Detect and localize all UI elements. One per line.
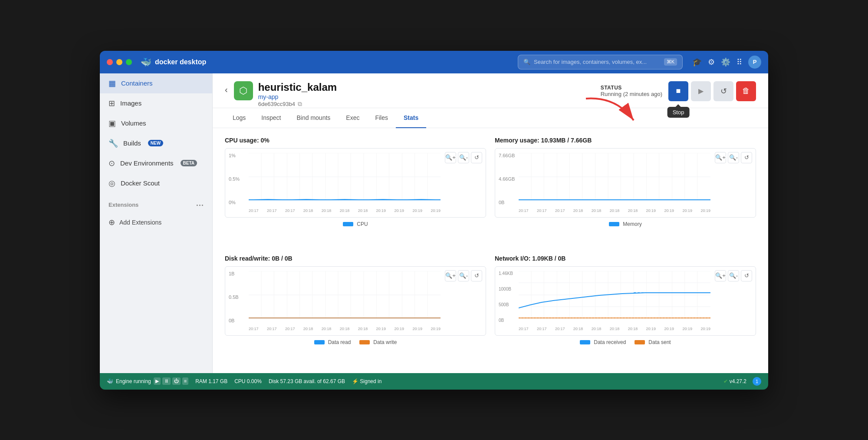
settings-icon[interactable]: ⚙️: [721, 57, 730, 67]
network-chart-section: Network I/O: 1.09KB / 0B 1.46KB 1000B 50…: [495, 255, 756, 364]
version-label: v4.27.2: [730, 378, 746, 384]
content-wrapper: ‹ ⬡ heuristic_kalam my-app 6de639cc93b4 …: [213, 73, 768, 373]
copy-id-icon[interactable]: ⧉: [298, 100, 302, 108]
tab-exec[interactable]: Exec: [338, 108, 367, 128]
cpu-y-labels: 1% 0.5% 0%: [229, 153, 240, 205]
disk-write-legend-color: [359, 340, 370, 344]
sidebar-item-label: Images: [120, 99, 141, 107]
sidebar-item-dev-environments[interactable]: ⊙ Dev Environments BETA: [100, 153, 212, 173]
tab-logs[interactable]: Logs: [225, 108, 253, 128]
maximize-button[interactable]: [126, 59, 132, 65]
images-icon: ⊞: [108, 99, 115, 108]
statusbar-disk: Disk 57.23 GB avail. of 62.67 GB: [269, 378, 345, 384]
network-y-labels: 1.46KB 1000B 500B 0B: [499, 271, 513, 323]
status-block: STATUS Running (2 minutes ago): [601, 85, 662, 97]
sidebar-item-volumes[interactable]: ▣ Volumes: [100, 113, 212, 133]
delete-button[interactable]: 🗑: [736, 81, 756, 101]
network-chart-box: 1.46KB 1000B 500B 0B 🔍+ 🔍- ↺: [495, 266, 756, 336]
statusbar-right: ✔ v4.27.2 1: [723, 377, 761, 386]
tab-stats[interactable]: Stats: [396, 108, 426, 128]
network-sent-legend-label: Data sent: [648, 339, 671, 345]
back-button[interactable]: ‹: [225, 85, 228, 95]
disk-legend: Data read Data write: [225, 339, 486, 345]
docker-scout-icon: ◎: [108, 179, 115, 188]
extensions-label: Extensions: [108, 202, 138, 208]
traffic-lights: [107, 59, 132, 65]
builds-icon: 🔧: [108, 139, 118, 148]
container-name: heuristic_kalam: [258, 81, 601, 93]
network-sent-legend-color: [635, 340, 645, 344]
cpu-chart-box: 1% 0.5% 0% 🔍+ 🔍- ↺: [225, 148, 486, 218]
builds-new-badge: NEW: [148, 140, 163, 146]
tab-bind-mounts[interactable]: Bind mounts: [289, 108, 339, 128]
disk-chart-title: Disk read/write: 0B / 0B: [225, 255, 486, 262]
status-label: STATUS: [601, 85, 662, 91]
docker-brand-text: docker desktop: [155, 58, 206, 66]
cpu-chart-title: CPU usage: 0%: [225, 137, 486, 144]
app-icon-symbol: ⬡: [239, 85, 247, 96]
engine-running: 🐳 Engine running ▶ ⏸ ⏻ ≡: [107, 377, 188, 385]
disk-write-legend-label: Data write: [373, 339, 397, 345]
memory-legend-label: Memory: [623, 221, 641, 227]
network-received-legend-color: [580, 340, 590, 344]
sidebar-item-containers[interactable]: ▦ Containers: [100, 73, 212, 93]
learn-icon[interactable]: 🎓: [692, 57, 702, 67]
sidebar-item-images[interactable]: ⊞ Images: [100, 93, 212, 113]
dev-env-beta-badge: BETA: [181, 160, 197, 166]
engine-stop-ctrl[interactable]: ⏻: [172, 377, 181, 385]
tab-inspect[interactable]: Inspect: [253, 108, 289, 128]
disk-read-legend-label: Data read: [328, 339, 351, 345]
titlebar-actions: 🎓 ⚙ ⚙️ ⠿ P: [692, 56, 761, 69]
stats-content: CPU usage: 0% 1% 0.5% 0% 🔍+ 🔍-: [213, 128, 768, 373]
add-extensions-item[interactable]: ⊕ Add Extensions: [100, 213, 212, 232]
search-placeholder-text: Search for images, containers, volumes, …: [534, 59, 647, 65]
content-area: ‹ ⬡ heuristic_kalam my-app 6de639cc93b4 …: [213, 73, 768, 373]
memory-chart-section: Memory usage: 10.93MB / 7.66GB 7.66GB 4.…: [495, 137, 756, 246]
statusbar-signed-in: ⚡ Signed in: [352, 378, 381, 384]
engine-icon: 🐳: [107, 378, 113, 384]
cpu-legend-color: [343, 222, 353, 226]
container-app-link[interactable]: my-app: [258, 93, 601, 100]
status-value: Running (2 minutes ago): [601, 91, 662, 97]
sidebar-item-label: Containers: [121, 79, 153, 87]
containers-icon: ▦: [108, 79, 116, 88]
network-received-legend-label: Data received: [594, 339, 626, 345]
search-bar[interactable]: 🔍 Search for images, containers, volumes…: [518, 55, 683, 69]
memory-chart-svg: [519, 153, 710, 201]
play-button[interactable]: ▶: [691, 81, 711, 101]
extensions-menu-icon[interactable]: ⋯: [196, 200, 204, 210]
stop-button[interactable]: ■ Stop: [668, 81, 688, 101]
close-button[interactable]: [107, 59, 113, 65]
cpu-chart-svg: [249, 153, 441, 201]
avatar[interactable]: P: [748, 56, 761, 69]
engine-pause-ctrl[interactable]: ⏸: [162, 377, 171, 385]
minimize-button[interactable]: [116, 59, 122, 65]
container-id: 6de639cc93b4 ⧉: [258, 100, 601, 108]
memory-legend-color: [609, 222, 619, 226]
network-legend: Data received Data sent: [495, 339, 756, 345]
engine-menu-ctrl[interactable]: ≡: [182, 377, 188, 385]
sidebar-item-label: Docker Scout: [121, 179, 160, 187]
disk-chart-section: Disk read/write: 0B / 0B 1B 0.5B 0B 🔍+ 🔍…: [225, 255, 486, 364]
check-icon: ✔: [723, 378, 728, 384]
cpu-x-labels: 20:1720:1720:1720:1820:1820:1820:1820:19…: [249, 208, 441, 213]
sidebar-item-builds[interactable]: 🔧 Builds NEW: [100, 133, 212, 153]
container-status: STATUS Running (2 minutes ago) ■ Stop ▶ …: [601, 81, 756, 101]
sidebar-item-label: Volumes: [121, 119, 146, 127]
cpu-chart-area: 20:1720:1720:1720:1820:1820:1820:1820:19…: [249, 153, 480, 213]
restart-button[interactable]: ↺: [713, 81, 733, 101]
sidebar-item-docker-scout[interactable]: ◎ Docker Scout: [100, 173, 212, 193]
memory-chart-area: 20:1720:1720:1720:1820:1820:1820:1820:19…: [519, 153, 750, 213]
add-icon: ⊕: [108, 218, 115, 227]
disk-chart-box: 1B 0.5B 0B 🔍+ 🔍- ↺: [225, 266, 486, 336]
add-extensions-label: Add Extensions: [119, 219, 161, 226]
disk-chart-area: 20:1720:1720:1720:1820:1820:1820:1820:19…: [249, 271, 480, 331]
action-buttons: ■ Stop ▶ ↺ 🗑: [668, 81, 756, 101]
grid-icon[interactable]: ⠿: [736, 57, 742, 67]
engine-play-ctrl[interactable]: ▶: [154, 377, 161, 385]
disk-read-legend-color: [314, 340, 325, 344]
notifications-badge[interactable]: 1: [753, 377, 761, 386]
tab-files[interactable]: Files: [367, 108, 396, 128]
extensions-icon[interactable]: ⚙: [708, 57, 715, 67]
statusbar-ram: RAM 1.17 GB: [195, 378, 227, 384]
